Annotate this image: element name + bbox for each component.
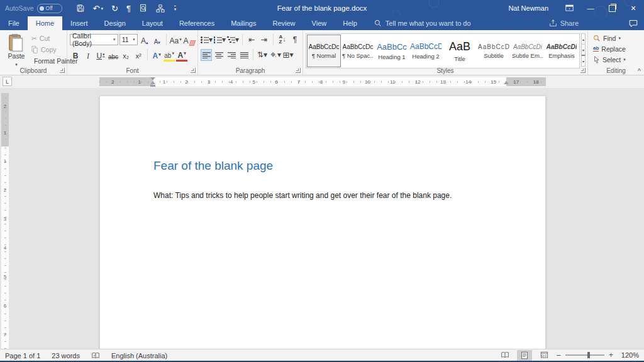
paragraph-dialog-launcher-icon[interactable] — [296, 68, 301, 73]
autosave-toggle[interactable]: AutoSave Off — [5, 4, 62, 13]
subscript-button[interactable]: x₂ — [120, 49, 131, 61]
multilevel-list-button[interactable]: ▾ — [227, 34, 239, 46]
restore-button[interactable] — [601, 0, 623, 16]
comments-icon[interactable] — [629, 19, 638, 28]
font-dialog-launcher-icon[interactable] — [191, 68, 196, 73]
font-size-select[interactable]: 11 ▾ — [119, 34, 138, 45]
text-highlight-button[interactable]: ab▾ — [164, 48, 175, 62]
show-formatting-button[interactable]: ¶ — [289, 34, 301, 46]
zoom-level[interactable]: 120% — [618, 351, 639, 359]
vertical-ruler[interactable]: 21 1234567 — [1, 93, 9, 349]
bold-button[interactable]: B — [70, 49, 81, 61]
word-count-status[interactable]: 23 words — [52, 352, 80, 359]
tab-file[interactable]: File — [0, 16, 28, 30]
cut-button[interactable]: ✂ Cut — [31, 33, 65, 43]
styles-gallery-more-button[interactable]: ▾ — [581, 55, 586, 67]
replace-button[interactable]: ab Replace — [593, 43, 642, 54]
underline-button[interactable]: U▾ — [95, 49, 106, 61]
find-caret-icon[interactable]: ▾ — [618, 36, 621, 41]
web-layout-button[interactable] — [536, 350, 552, 361]
select-button[interactable]: Select ▾ — [593, 54, 642, 65]
styles-scroll-up-button[interactable]: ▴ — [581, 33, 586, 45]
borders-button[interactable]: ⊞▾ — [282, 49, 294, 61]
copy-button[interactable]: Copy — [31, 44, 65, 55]
increase-indent-button[interactable]: ⇥ — [258, 34, 270, 46]
align-center-button[interactable] — [213, 49, 225, 61]
collapse-ribbon-icon[interactable]: ^ — [638, 67, 641, 74]
sort-button[interactable]: AZ ↓ — [277, 34, 288, 46]
user-name[interactable]: Nat Newman — [508, 4, 548, 12]
print-preview-icon[interactable] — [139, 4, 148, 13]
grow-font-button[interactable]: A▴ — [139, 34, 150, 46]
read-mode-button[interactable] — [497, 350, 513, 361]
bullets-caret-icon[interactable]: ▾ — [209, 35, 213, 44]
document-page[interactable]: Fear of the blank page What: Tips and tr… — [99, 96, 546, 349]
tab-layout[interactable]: Layout — [134, 16, 171, 30]
font-color-button[interactable]: A▾ — [176, 48, 187, 62]
undo-caret-icon[interactable]: ▾ — [101, 6, 103, 11]
document-paragraph[interactable]: What: Tips and tricks to help people sta… — [153, 190, 492, 201]
decrease-indent-button[interactable]: ⇤ — [246, 34, 257, 46]
first-line-indent-marker[interactable] — [150, 77, 155, 80]
styles-scroll-down-button[interactable]: ▾ — [581, 44, 586, 55]
text-effects-button[interactable]: A▾ — [151, 49, 162, 61]
print-layout-button[interactable] — [517, 350, 532, 361]
style-heading-1[interactable]: AaBbCc Heading 1 — [375, 35, 409, 67]
tab-help[interactable]: Help — [335, 16, 365, 30]
borders-caret-icon[interactable]: ▾ — [289, 50, 293, 59]
multilevel-caret-icon[interactable]: ▾ — [235, 35, 239, 44]
strikethrough-button[interactable]: abc — [108, 49, 119, 61]
shrink-font-button[interactable]: A▾ — [152, 34, 163, 46]
page-number-status[interactable]: Page 1 of 1 — [5, 352, 40, 359]
tab-view[interactable]: View — [304, 16, 335, 30]
zoom-slider-thumb[interactable] — [587, 352, 590, 358]
underline-caret-icon[interactable]: ▾ — [103, 52, 105, 57]
style-emphasis[interactable]: AaBbCcDi Emphasis — [545, 35, 579, 67]
save-icon[interactable] — [76, 4, 85, 13]
tell-me-box[interactable]: Tell me what you want to do — [374, 16, 471, 30]
line-spacing-button[interactable]: ⇅▾ — [257, 49, 268, 61]
clear-formatting-button[interactable]: A — [183, 34, 196, 46]
superscript-button[interactable]: x² — [133, 49, 144, 61]
style-subtitle[interactable]: AaBbCcD Subtitle — [477, 35, 511, 67]
style-normal[interactable]: AaBbCcDc ¶ Normal — [307, 35, 341, 67]
redo-icon[interactable]: ↻ — [111, 4, 118, 13]
formatting-marks-icon[interactable]: ¶ — [126, 4, 131, 13]
document-heading[interactable]: Fear of the blank page — [153, 159, 492, 173]
paste-caret-icon[interactable]: ▾ — [15, 62, 18, 67]
shading-button[interactable]: ▾ — [269, 49, 281, 61]
change-case-button[interactable]: Aa▾ — [170, 34, 182, 46]
tab-home[interactable]: Home — [28, 16, 62, 30]
tab-review[interactable]: Review — [265, 16, 304, 30]
shading-caret-icon[interactable]: ▾ — [277, 50, 281, 59]
font-family-select[interactable]: Calibri (Body) ▾ — [70, 34, 118, 45]
tab-insert[interactable]: Insert — [62, 16, 96, 30]
minimize-button[interactable]: — — [580, 0, 601, 16]
right-indent-marker[interactable] — [504, 81, 509, 84]
highlight-caret-icon[interactable]: ▾ — [172, 51, 174, 56]
tab-mailings[interactable]: Mailings — [223, 16, 264, 30]
language-status[interactable]: English (Australia) — [111, 352, 167, 359]
zoom-in-button[interactable]: + — [609, 351, 613, 359]
org-chart-icon[interactable] — [156, 4, 165, 13]
clipboard-dialog-launcher-icon[interactable] — [60, 68, 65, 73]
close-button[interactable]: × — [623, 0, 644, 16]
proofing-status-button[interactable] — [91, 352, 100, 359]
zoom-slider[interactable] — [565, 351, 604, 359]
share-button[interactable]: Share — [549, 19, 579, 27]
format-painter-button[interactable]: Format Painter — [31, 55, 65, 66]
ribbon-display-options-icon[interactable] — [558, 0, 580, 16]
style-heading-2[interactable]: AaBbCcD Heading 2 — [409, 35, 443, 67]
tab-stop-selector[interactable]: L — [3, 77, 12, 86]
left-indent-marker[interactable] — [150, 85, 155, 87]
paste-button[interactable]: Paste ▾ — [3, 33, 30, 68]
horizontal-ruler[interactable]: 21 123456789101112131415 1718 — [99, 77, 546, 86]
justify-button[interactable] — [238, 49, 250, 61]
autosave-pill[interactable]: Off — [37, 4, 62, 13]
numbering-caret-icon[interactable]: ▾ — [222, 35, 226, 44]
select-caret-icon[interactable]: ▾ — [623, 57, 626, 62]
zoom-out-button[interactable]: − — [556, 351, 561, 360]
align-right-button[interactable] — [226, 49, 237, 61]
tab-references[interactable]: References — [171, 16, 223, 30]
style-title[interactable]: AaB Title — [443, 35, 477, 67]
